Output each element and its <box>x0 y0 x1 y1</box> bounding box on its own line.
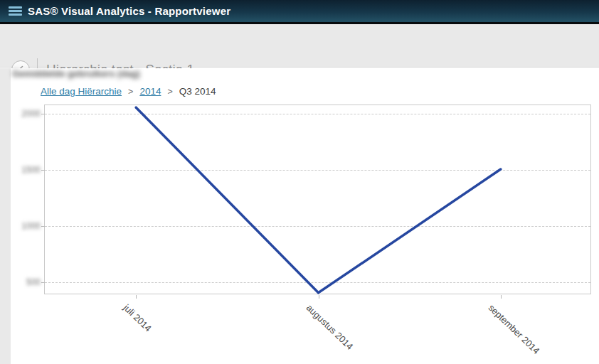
chart-object-title-redacted: Gemiddelde gebruikers (dag) <box>12 68 140 79</box>
y-axis-label-redacted: 1500 <box>9 165 41 175</box>
menu-icon[interactable] <box>9 6 22 16</box>
breadcrumb-item: Q3 2014 <box>179 86 216 97</box>
breadcrumb-separator: > <box>167 87 172 97</box>
x-axis-label: augustus 2014 <box>304 302 355 352</box>
breadcrumb-separator: > <box>128 87 133 97</box>
x-axis-label: juli 2014 <box>122 302 154 333</box>
app-title: SAS® Visual Analytics - Rapportviewer <box>28 5 230 17</box>
y-axis-label-redacted: 1000 <box>9 221 41 231</box>
line-series <box>45 105 592 295</box>
line-chart-plot-area: 200015001000500juli 2014augustus 2014sep… <box>44 105 591 294</box>
app-header: SAS® Visual Analytics - Rapportviewer <box>0 0 599 24</box>
breadcrumb-item[interactable]: 2014 <box>139 86 161 97</box>
y-axis-label-redacted: 500 <box>9 277 41 287</box>
y-axis-label-redacted: 2000 <box>9 109 41 119</box>
series-line <box>136 107 501 293</box>
report-canvas: Gemiddelde gebruikers (dag) Alle dag Hië… <box>0 68 599 364</box>
toolbar: Hierarchie test - Sectie 1 <box>0 24 599 68</box>
x-axis-tick <box>136 295 137 299</box>
breadcrumb: Alle dag Hiërarchie>2014>Q3 2014 <box>41 86 216 97</box>
x-axis-tick <box>319 295 319 299</box>
x-axis-label: september 2014 <box>486 302 541 356</box>
breadcrumb-item[interactable]: Alle dag Hiërarchie <box>41 86 122 97</box>
x-axis-tick <box>501 295 502 299</box>
